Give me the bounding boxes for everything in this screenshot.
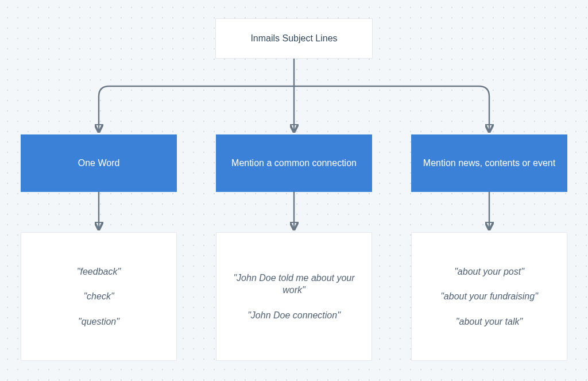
example-item: "about your post" bbox=[454, 265, 524, 278]
category-common-connection: Mention a common connection bbox=[216, 134, 372, 192]
example-item: "check" bbox=[83, 290, 114, 303]
root-title: Inmails Subject Lines bbox=[250, 32, 337, 45]
category-news-contents-event: Mention news, contents or event bbox=[411, 134, 567, 192]
examples-one-word: "feedback" "check" "question" bbox=[21, 232, 177, 361]
category-label: Mention a common connection bbox=[231, 157, 357, 170]
category-one-word: One Word bbox=[21, 134, 177, 192]
example-item: "feedback" bbox=[77, 265, 121, 278]
example-item: "John Doe told me about your work" bbox=[226, 272, 362, 297]
example-item: "about your fundraising" bbox=[440, 290, 538, 303]
examples-common-connection: "John Doe told me about your work" "John… bbox=[216, 232, 372, 361]
example-item: "John Doe connection" bbox=[247, 309, 341, 322]
example-item: "about your talk" bbox=[456, 315, 523, 328]
category-label: Mention news, contents or event bbox=[423, 157, 555, 170]
root-node: Inmails Subject Lines bbox=[215, 18, 373, 59]
example-item: "question" bbox=[78, 315, 119, 328]
examples-news-contents-event: "about your post" "about your fundraisin… bbox=[411, 232, 567, 361]
category-label: One Word bbox=[78, 157, 120, 170]
diagram-canvas: Inmails Subject Lines One Word Mention a… bbox=[0, 0, 588, 381]
